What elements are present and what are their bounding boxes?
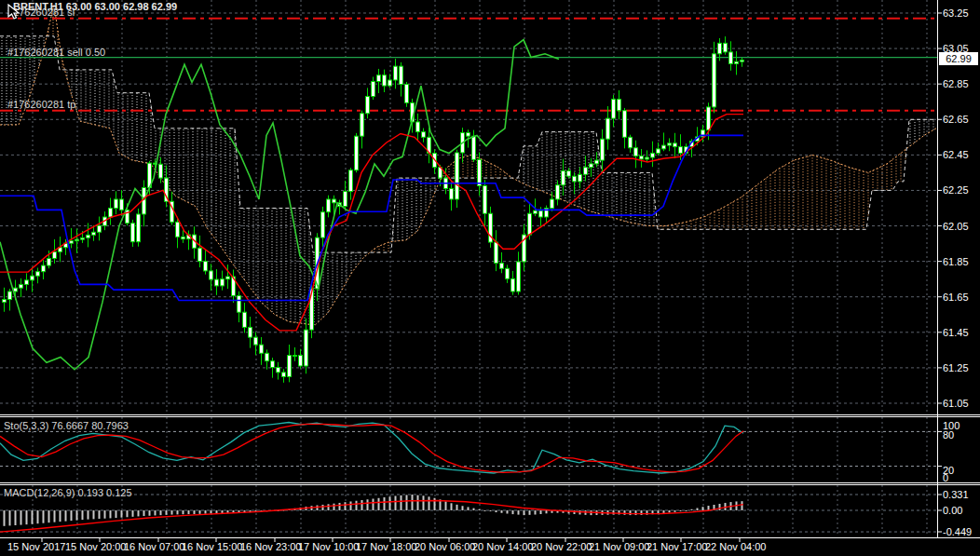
svg-text:62.85: 62.85 xyxy=(943,78,969,89)
time-axis[interactable]: 15 Nov 201715 Nov 20:0016 Nov 07:0016 No… xyxy=(7,538,766,552)
svg-text:16 Nov 23:00: 16 Nov 23:00 xyxy=(240,541,301,552)
chart-canvas[interactable]: 63.2563.0562.8562.6562.4562.2562.0561.85… xyxy=(0,0,980,556)
svg-text:15 Nov 20:00: 15 Nov 20:00 xyxy=(65,541,126,552)
svg-text:62.25: 62.25 xyxy=(943,184,969,196)
svg-text:61.45: 61.45 xyxy=(943,327,969,338)
svg-text:61.25: 61.25 xyxy=(943,362,969,373)
svg-text:62.45: 62.45 xyxy=(943,149,969,160)
svg-text:0.00: 0.00 xyxy=(943,505,962,516)
svg-text:62.65: 62.65 xyxy=(943,114,969,125)
svg-text:21 Nov 09:00: 21 Nov 09:00 xyxy=(589,541,649,552)
svg-text:-0.449: -0.449 xyxy=(943,526,972,537)
svg-text:20 Nov 22:00: 20 Nov 22:00 xyxy=(531,541,592,552)
svg-text:0: 0 xyxy=(943,472,948,483)
mouse-cursor-icon xyxy=(7,4,20,20)
trading-terminal-window: 63.2563.0562.8562.6562.4562.2562.0561.85… xyxy=(0,0,980,556)
svg-text:16 Nov 15:00: 16 Nov 15:00 xyxy=(182,541,242,552)
svg-text:62.05: 62.05 xyxy=(943,221,969,232)
svg-text:20 Nov 06:00: 20 Nov 06:00 xyxy=(415,541,475,552)
svg-text:61.85: 61.85 xyxy=(943,256,969,267)
svg-text:21 Nov 17:00: 21 Nov 17:00 xyxy=(647,541,707,552)
svg-text:17 Nov 10:00: 17 Nov 10:00 xyxy=(298,541,359,552)
svg-text:63.25: 63.25 xyxy=(943,7,969,19)
svg-text:20 Nov 14:00: 20 Nov 14:00 xyxy=(472,541,533,552)
svg-text:61.05: 61.05 xyxy=(943,398,969,409)
current-price-badge: 62.99 xyxy=(939,52,978,65)
svg-text:80: 80 xyxy=(943,429,954,441)
svg-text:17 Nov 18:00: 17 Nov 18:00 xyxy=(356,541,416,552)
svg-text:0.331: 0.331 xyxy=(943,489,969,500)
svg-text:22 Nov 04:00: 22 Nov 04:00 xyxy=(705,541,766,552)
svg-text:61.65: 61.65 xyxy=(943,292,969,303)
svg-text:16 Nov 07:00: 16 Nov 07:00 xyxy=(124,541,184,552)
svg-text:15 Nov 2017: 15 Nov 2017 xyxy=(7,541,65,552)
